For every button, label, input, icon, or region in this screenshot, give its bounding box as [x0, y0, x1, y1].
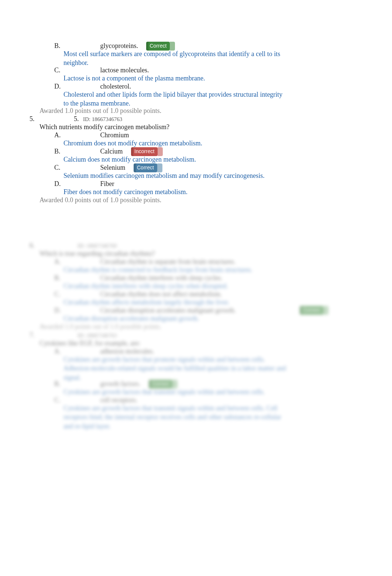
option-text: growth factors. [100, 380, 141, 387]
q6-option-d-explain: Circadian disruption accelerates maligna… [63, 314, 289, 323]
q5-option-a: A. Chromium [54, 131, 290, 139]
option-letter: B. [54, 379, 99, 388]
q7-option-c-explain: Cytokines are growth factors that transm… [63, 404, 289, 431]
q7-option-a-explain: Cytokines are growth factors that promot… [63, 355, 289, 382]
option-letter: C. [54, 66, 99, 75]
option-text: Circadian rhythm interferes with sleep c… [100, 274, 223, 282]
option-text: cell receptors. [100, 396, 138, 404]
q5-option-b-explain: Calcium does not modify carcinogen metab… [63, 155, 289, 164]
option-text: glycoproteins. [100, 42, 138, 49]
option-text: lactose molecules. [100, 66, 149, 74]
option-letter: A. [54, 347, 99, 356]
quiz-page: B. glycoproteins. Correct Most cell surf… [0, 0, 392, 576]
option-letter: D. [54, 179, 99, 188]
q6-outer-number: 6. [30, 241, 39, 250]
q5-option-d-explain: Fiber does not modify carcinogen metabol… [63, 187, 289, 196]
q6-option-c: C. Circadian rhythm does not affect meta… [54, 290, 290, 299]
q5-option-d: D. Fiber [54, 179, 290, 188]
option-letter: D. [54, 82, 99, 91]
q6-option-c-explain: Circadian rhythm affects metabolism larg… [63, 298, 289, 307]
option-letter: B. [54, 41, 99, 50]
q7-option-c: C. cell receptors. [54, 396, 290, 404]
q5-outer-number: 5. [30, 114, 39, 123]
option-letter: C. [54, 290, 99, 299]
option-letter: B. [54, 147, 99, 156]
q4-option-b-explain: Most cell surface markers are composed o… [63, 49, 289, 68]
q4-awarded: Awarded 1.0 points out of 1.0 possible p… [39, 106, 161, 115]
option-text: Fiber [100, 180, 114, 187]
q5-awarded: Awarded 0.0 points out of 1.0 possible p… [39, 196, 161, 204]
q4-option-c-explain: Lactose is not a component of the plasma… [63, 74, 289, 83]
q5-stem: Which nutrients modify carcinogen metabo… [39, 123, 276, 131]
q7-outer-number: 7. [30, 331, 39, 339]
q6-id: ID: 18667346769 [78, 241, 117, 249]
q6-option-b: B. Circadian rhythm interferes with slee… [54, 273, 290, 282]
q4-option-d: D. cholesterol. [54, 82, 290, 91]
q6-awarded: Awarded 1.0 points out of 1.0 possible p… [39, 322, 161, 331]
q7-stem: Cytokines like EGF, for example, are: [39, 339, 276, 348]
option-text: adhesion molecules. [100, 348, 154, 355]
correct-badge: Correct [300, 306, 323, 315]
option-text: Chromium [100, 131, 129, 139]
q7-option-a: A. adhesion molecules. [54, 347, 290, 356]
q5-id: ID: 18667346763 [83, 115, 122, 123]
q6-option-d: D. Circadian disruption accelerates mali… [54, 306, 290, 315]
option-text: Circadian disruption accelerates maligna… [100, 307, 236, 314]
q4-option-c: C. lactose molecules. [54, 66, 290, 75]
option-text: Selenium [100, 164, 125, 171]
q5-inner-number: 5. [74, 114, 83, 123]
q6-stem: Which is true regarding circadian rhythm… [39, 249, 276, 258]
q7-option-b-explain: Cytokines are growth factors that transm… [63, 387, 289, 396]
option-letter: B. [54, 273, 99, 282]
option-letter: C. [54, 396, 99, 404]
option-text: Circadian rhythm does not affect metabol… [100, 290, 222, 298]
option-letter: A. [54, 131, 99, 139]
option-letter: C. [54, 163, 99, 172]
q6-option-a: A. Circadian rhythm is separate from bra… [54, 257, 290, 266]
q6-option-b-explain: Circadian rhythm interferes with sleep c… [63, 282, 289, 290]
q7-id: ID: 18667346763 [78, 331, 117, 339]
q5-option-a-explain: Chromium does not modify carcinogen meta… [63, 139, 289, 148]
q4-option-d-explain: Cholesterol and other lipids form the li… [63, 90, 289, 108]
option-letter: D. [54, 306, 99, 315]
option-text: Circadian rhythm is separate from brain … [100, 258, 235, 265]
option-text: Calcium [100, 148, 123, 155]
option-text: cholesterol. [100, 83, 131, 90]
q6-option-a-explain: Circadian rhythm is connected to feedbac… [63, 265, 289, 274]
q5-option-c-explain: Selenium modifies carcinogen metabolism … [63, 171, 289, 180]
option-letter: A. [54, 257, 99, 266]
